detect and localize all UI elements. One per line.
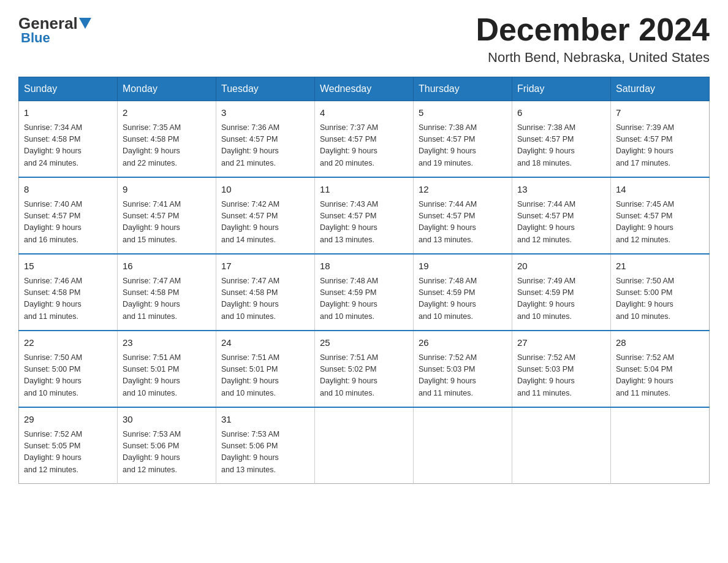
day-info: Sunrise: 7:42 AM Sunset: 4:57 PM Dayligh…: [221, 199, 309, 247]
page-header: General Blue December 2024 North Bend, N…: [18, 12, 710, 66]
calendar-day-cell: 1 Sunrise: 7:34 AM Sunset: 4:58 PM Dayli…: [19, 101, 118, 178]
logo-triangle-icon: [79, 18, 91, 29]
day-number: 22: [24, 336, 112, 350]
header-tuesday: Tuesday: [216, 77, 315, 101]
day-number: 30: [123, 413, 211, 427]
header-thursday: Thursday: [414, 77, 512, 101]
calendar-day-cell: 24 Sunrise: 7:51 AM Sunset: 5:01 PM Dayl…: [216, 331, 315, 407]
calendar-day-cell: 19 Sunrise: 7:48 AM Sunset: 4:59 PM Dayl…: [414, 254, 512, 331]
calendar-day-cell: 10 Sunrise: 7:42 AM Sunset: 4:57 PM Dayl…: [216, 177, 315, 254]
calendar-day-cell: 9 Sunrise: 7:41 AM Sunset: 4:57 PM Dayli…: [118, 177, 216, 254]
day-number: 12: [419, 183, 507, 197]
day-number: 29: [24, 413, 112, 427]
calendar-day-cell: 26 Sunrise: 7:52 AM Sunset: 5:03 PM Dayl…: [414, 331, 512, 407]
day-info: Sunrise: 7:38 AM Sunset: 4:57 PM Dayligh…: [517, 122, 605, 170]
day-number: 13: [517, 183, 605, 197]
day-info: Sunrise: 7:47 AM Sunset: 4:58 PM Dayligh…: [123, 275, 211, 323]
day-info: Sunrise: 7:34 AM Sunset: 4:58 PM Dayligh…: [24, 122, 112, 170]
calendar-day-cell: 14 Sunrise: 7:45 AM Sunset: 4:57 PM Dayl…: [611, 177, 710, 254]
header-wednesday: Wednesday: [315, 77, 414, 101]
day-info: Sunrise: 7:53 AM Sunset: 5:06 PM Dayligh…: [221, 429, 309, 477]
header-friday: Friday: [512, 77, 611, 101]
header-monday: Monday: [118, 77, 216, 101]
day-info: Sunrise: 7:39 AM Sunset: 4:57 PM Dayligh…: [616, 122, 704, 170]
day-info: Sunrise: 7:35 AM Sunset: 4:58 PM Dayligh…: [123, 122, 211, 170]
calendar-day-cell: 18 Sunrise: 7:48 AM Sunset: 4:59 PM Dayl…: [315, 254, 414, 331]
calendar-day-cell: 5 Sunrise: 7:38 AM Sunset: 4:57 PM Dayli…: [414, 101, 512, 178]
day-info: Sunrise: 7:51 AM Sunset: 5:01 PM Dayligh…: [221, 352, 309, 400]
day-info: Sunrise: 7:48 AM Sunset: 4:59 PM Dayligh…: [320, 275, 408, 323]
calendar-week-row: 15 Sunrise: 7:46 AM Sunset: 4:58 PM Dayl…: [19, 254, 710, 331]
calendar-week-row: 8 Sunrise: 7:40 AM Sunset: 4:57 PM Dayli…: [19, 177, 710, 254]
day-info: Sunrise: 7:52 AM Sunset: 5:03 PM Dayligh…: [517, 352, 605, 400]
calendar-day-cell: 30 Sunrise: 7:53 AM Sunset: 5:06 PM Dayl…: [118, 407, 216, 484]
calendar-day-cell: 13 Sunrise: 7:44 AM Sunset: 4:57 PM Dayl…: [512, 177, 611, 254]
day-number: 23: [123, 336, 211, 350]
day-number: 20: [517, 259, 605, 274]
day-info: Sunrise: 7:44 AM Sunset: 4:57 PM Dayligh…: [517, 199, 605, 247]
day-number: 19: [419, 259, 507, 274]
calendar-day-cell: 29 Sunrise: 7:52 AM Sunset: 5:05 PM Dayl…: [19, 407, 118, 484]
day-info: Sunrise: 7:50 AM Sunset: 5:00 PM Dayligh…: [616, 275, 704, 323]
calendar-week-row: 1 Sunrise: 7:34 AM Sunset: 4:58 PM Dayli…: [19, 101, 710, 178]
calendar-day-cell: 17 Sunrise: 7:47 AM Sunset: 4:58 PM Dayl…: [216, 254, 315, 331]
calendar-day-cell: 7 Sunrise: 7:39 AM Sunset: 4:57 PM Dayli…: [611, 101, 710, 178]
day-number: 31: [221, 413, 309, 427]
calendar-day-cell: 2 Sunrise: 7:35 AM Sunset: 4:58 PM Dayli…: [118, 101, 216, 178]
day-info: Sunrise: 7:47 AM Sunset: 4:58 PM Dayligh…: [221, 275, 309, 323]
day-number: 2: [123, 106, 211, 120]
month-title: December 2024: [476, 12, 710, 47]
calendar-table: SundayMondayTuesdayWednesdayThursdayFrid…: [18, 77, 710, 484]
day-info: Sunrise: 7:48 AM Sunset: 4:59 PM Dayligh…: [419, 275, 507, 323]
day-number: 28: [616, 336, 704, 350]
calendar-day-cell: 25 Sunrise: 7:51 AM Sunset: 5:02 PM Dayl…: [315, 331, 414, 407]
calendar-day-cell: 8 Sunrise: 7:40 AM Sunset: 4:57 PM Dayli…: [19, 177, 118, 254]
day-number: 6: [517, 106, 605, 120]
calendar-week-row: 22 Sunrise: 7:50 AM Sunset: 5:00 PM Dayl…: [19, 331, 710, 407]
calendar-header-row: SundayMondayTuesdayWednesdayThursdayFrid…: [19, 77, 710, 101]
calendar-day-cell: 11 Sunrise: 7:43 AM Sunset: 4:57 PM Dayl…: [315, 177, 414, 254]
day-info: Sunrise: 7:49 AM Sunset: 4:59 PM Dayligh…: [517, 275, 605, 323]
day-number: 10: [221, 183, 309, 197]
day-number: 17: [221, 259, 309, 274]
day-info: Sunrise: 7:51 AM Sunset: 5:01 PM Dayligh…: [123, 352, 211, 400]
day-number: 21: [616, 259, 704, 274]
day-number: 18: [320, 259, 408, 274]
day-info: Sunrise: 7:36 AM Sunset: 4:57 PM Dayligh…: [221, 122, 309, 170]
day-number: 16: [123, 259, 211, 274]
empty-cell: [315, 407, 414, 484]
day-info: Sunrise: 7:51 AM Sunset: 5:02 PM Dayligh…: [320, 352, 408, 400]
calendar-day-cell: 4 Sunrise: 7:37 AM Sunset: 4:57 PM Dayli…: [315, 101, 414, 178]
calendar-day-cell: 21 Sunrise: 7:50 AM Sunset: 5:00 PM Dayl…: [611, 254, 710, 331]
day-number: 3: [221, 106, 309, 120]
day-number: 7: [616, 106, 704, 120]
calendar-day-cell: 23 Sunrise: 7:51 AM Sunset: 5:01 PM Dayl…: [118, 331, 216, 407]
day-number: 4: [320, 106, 408, 120]
calendar-day-cell: 31 Sunrise: 7:53 AM Sunset: 5:06 PM Dayl…: [216, 407, 315, 484]
calendar-day-cell: 15 Sunrise: 7:46 AM Sunset: 4:58 PM Dayl…: [19, 254, 118, 331]
calendar-day-cell: 22 Sunrise: 7:50 AM Sunset: 5:00 PM Dayl…: [19, 331, 118, 407]
day-number: 15: [24, 259, 112, 274]
day-number: 26: [419, 336, 507, 350]
day-number: 9: [123, 183, 211, 197]
calendar-day-cell: 3 Sunrise: 7:36 AM Sunset: 4:57 PM Dayli…: [216, 101, 315, 178]
logo-blue-text: Blue: [18, 30, 50, 46]
calendar-day-cell: 16 Sunrise: 7:47 AM Sunset: 4:58 PM Dayl…: [118, 254, 216, 331]
day-info: Sunrise: 7:44 AM Sunset: 4:57 PM Dayligh…: [419, 199, 507, 247]
day-info: Sunrise: 7:41 AM Sunset: 4:57 PM Dayligh…: [123, 199, 211, 247]
day-number: 25: [320, 336, 408, 350]
day-info: Sunrise: 7:52 AM Sunset: 5:03 PM Dayligh…: [419, 352, 507, 400]
day-info: Sunrise: 7:45 AM Sunset: 4:57 PM Dayligh…: [616, 199, 704, 247]
calendar-week-row: 29 Sunrise: 7:52 AM Sunset: 5:05 PM Dayl…: [19, 407, 710, 484]
header-sunday: Sunday: [19, 77, 118, 101]
calendar-day-cell: 20 Sunrise: 7:49 AM Sunset: 4:59 PM Dayl…: [512, 254, 611, 331]
day-info: Sunrise: 7:38 AM Sunset: 4:57 PM Dayligh…: [419, 122, 507, 170]
empty-cell: [414, 407, 512, 484]
location-title: North Bend, Nebraska, United States: [476, 50, 710, 66]
day-number: 8: [24, 183, 112, 197]
calendar-day-cell: 27 Sunrise: 7:52 AM Sunset: 5:03 PM Dayl…: [512, 331, 611, 407]
day-info: Sunrise: 7:40 AM Sunset: 4:57 PM Dayligh…: [24, 199, 112, 247]
header-saturday: Saturday: [611, 77, 710, 101]
logo: General Blue: [18, 15, 93, 46]
empty-cell: [611, 407, 710, 484]
